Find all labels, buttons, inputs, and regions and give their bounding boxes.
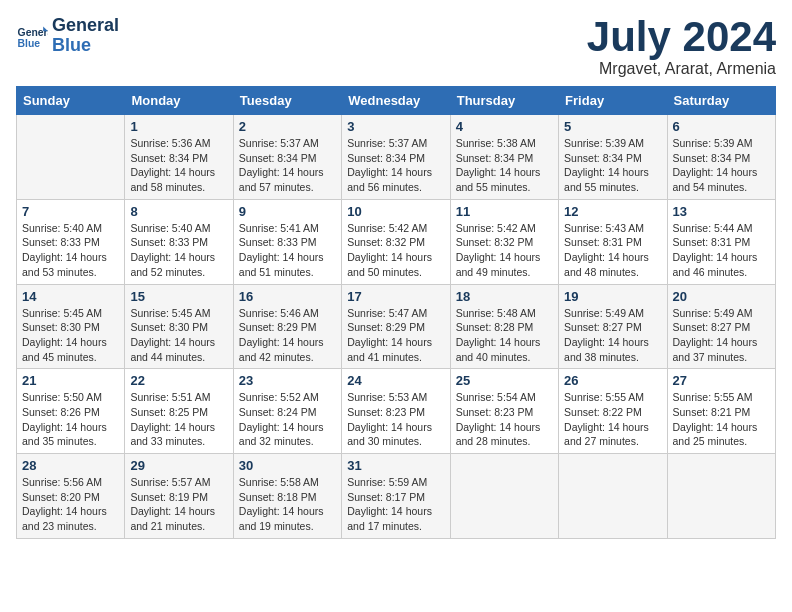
day-number: 3 <box>347 119 444 134</box>
day-cell: 14Sunrise: 5:45 AM Sunset: 8:30 PM Dayli… <box>17 284 125 369</box>
day-info: Sunrise: 5:42 AM Sunset: 8:32 PM Dayligh… <box>456 221 553 280</box>
day-cell: 21Sunrise: 5:50 AM Sunset: 8:26 PM Dayli… <box>17 369 125 454</box>
day-number: 27 <box>673 373 770 388</box>
day-info: Sunrise: 5:39 AM Sunset: 8:34 PM Dayligh… <box>673 136 770 195</box>
day-cell: 26Sunrise: 5:55 AM Sunset: 8:22 PM Dayli… <box>559 369 667 454</box>
day-info: Sunrise: 5:40 AM Sunset: 8:33 PM Dayligh… <box>130 221 227 280</box>
day-info: Sunrise: 5:44 AM Sunset: 8:31 PM Dayligh… <box>673 221 770 280</box>
day-number: 10 <box>347 204 444 219</box>
month-title: July 2024 <box>587 16 776 58</box>
week-row-2: 14Sunrise: 5:45 AM Sunset: 8:30 PM Dayli… <box>17 284 776 369</box>
day-number: 12 <box>564 204 661 219</box>
day-number: 1 <box>130 119 227 134</box>
day-cell: 18Sunrise: 5:48 AM Sunset: 8:28 PM Dayli… <box>450 284 558 369</box>
header-monday: Monday <box>125 87 233 115</box>
day-cell: 29Sunrise: 5:57 AM Sunset: 8:19 PM Dayli… <box>125 454 233 539</box>
day-number: 13 <box>673 204 770 219</box>
day-info: Sunrise: 5:46 AM Sunset: 8:29 PM Dayligh… <box>239 306 336 365</box>
header-sunday: Sunday <box>17 87 125 115</box>
week-row-3: 21Sunrise: 5:50 AM Sunset: 8:26 PM Dayli… <box>17 369 776 454</box>
day-cell: 23Sunrise: 5:52 AM Sunset: 8:24 PM Dayli… <box>233 369 341 454</box>
day-number: 19 <box>564 289 661 304</box>
day-info: Sunrise: 5:37 AM Sunset: 8:34 PM Dayligh… <box>239 136 336 195</box>
calendar-table: SundayMondayTuesdayWednesdayThursdayFrid… <box>16 86 776 539</box>
location-title: Mrgavet, Ararat, Armenia <box>587 60 776 78</box>
day-info: Sunrise: 5:54 AM Sunset: 8:23 PM Dayligh… <box>456 390 553 449</box>
header-tuesday: Tuesday <box>233 87 341 115</box>
day-info: Sunrise: 5:50 AM Sunset: 8:26 PM Dayligh… <box>22 390 119 449</box>
day-number: 9 <box>239 204 336 219</box>
day-cell: 19Sunrise: 5:49 AM Sunset: 8:27 PM Dayli… <box>559 284 667 369</box>
logo-icon: General Blue <box>16 20 48 52</box>
header-wednesday: Wednesday <box>342 87 450 115</box>
day-info: Sunrise: 5:57 AM Sunset: 8:19 PM Dayligh… <box>130 475 227 534</box>
day-number: 14 <box>22 289 119 304</box>
day-info: Sunrise: 5:45 AM Sunset: 8:30 PM Dayligh… <box>130 306 227 365</box>
day-number: 18 <box>456 289 553 304</box>
logo: General Blue General Blue <box>16 16 119 56</box>
day-info: Sunrise: 5:48 AM Sunset: 8:28 PM Dayligh… <box>456 306 553 365</box>
day-info: Sunrise: 5:47 AM Sunset: 8:29 PM Dayligh… <box>347 306 444 365</box>
day-number: 6 <box>673 119 770 134</box>
page-header: General Blue General Blue July 2024 Mrga… <box>16 16 776 78</box>
title-block: July 2024 Mrgavet, Ararat, Armenia <box>587 16 776 78</box>
day-info: Sunrise: 5:51 AM Sunset: 8:25 PM Dayligh… <box>130 390 227 449</box>
day-number: 28 <box>22 458 119 473</box>
day-number: 2 <box>239 119 336 134</box>
day-info: Sunrise: 5:59 AM Sunset: 8:17 PM Dayligh… <box>347 475 444 534</box>
day-number: 22 <box>130 373 227 388</box>
week-row-1: 7Sunrise: 5:40 AM Sunset: 8:33 PM Daylig… <box>17 199 776 284</box>
day-info: Sunrise: 5:56 AM Sunset: 8:20 PM Dayligh… <box>22 475 119 534</box>
day-cell: 17Sunrise: 5:47 AM Sunset: 8:29 PM Dayli… <box>342 284 450 369</box>
day-cell: 15Sunrise: 5:45 AM Sunset: 8:30 PM Dayli… <box>125 284 233 369</box>
day-cell <box>17 115 125 200</box>
day-info: Sunrise: 5:55 AM Sunset: 8:21 PM Dayligh… <box>673 390 770 449</box>
day-cell: 30Sunrise: 5:58 AM Sunset: 8:18 PM Dayli… <box>233 454 341 539</box>
day-cell: 27Sunrise: 5:55 AM Sunset: 8:21 PM Dayli… <box>667 369 775 454</box>
day-number: 24 <box>347 373 444 388</box>
day-info: Sunrise: 5:38 AM Sunset: 8:34 PM Dayligh… <box>456 136 553 195</box>
day-number: 4 <box>456 119 553 134</box>
day-cell: 1Sunrise: 5:36 AM Sunset: 8:34 PM Daylig… <box>125 115 233 200</box>
day-info: Sunrise: 5:43 AM Sunset: 8:31 PM Dayligh… <box>564 221 661 280</box>
day-cell: 2Sunrise: 5:37 AM Sunset: 8:34 PM Daylig… <box>233 115 341 200</box>
day-cell: 4Sunrise: 5:38 AM Sunset: 8:34 PM Daylig… <box>450 115 558 200</box>
day-cell: 5Sunrise: 5:39 AM Sunset: 8:34 PM Daylig… <box>559 115 667 200</box>
day-number: 25 <box>456 373 553 388</box>
day-number: 11 <box>456 204 553 219</box>
day-info: Sunrise: 5:55 AM Sunset: 8:22 PM Dayligh… <box>564 390 661 449</box>
day-number: 30 <box>239 458 336 473</box>
day-number: 17 <box>347 289 444 304</box>
day-cell: 3Sunrise: 5:37 AM Sunset: 8:34 PM Daylig… <box>342 115 450 200</box>
day-number: 8 <box>130 204 227 219</box>
day-number: 23 <box>239 373 336 388</box>
day-cell: 12Sunrise: 5:43 AM Sunset: 8:31 PM Dayli… <box>559 199 667 284</box>
day-cell <box>559 454 667 539</box>
day-cell: 16Sunrise: 5:46 AM Sunset: 8:29 PM Dayli… <box>233 284 341 369</box>
svg-text:Blue: Blue <box>18 38 41 49</box>
day-number: 26 <box>564 373 661 388</box>
day-number: 31 <box>347 458 444 473</box>
day-info: Sunrise: 5:40 AM Sunset: 8:33 PM Dayligh… <box>22 221 119 280</box>
day-number: 16 <box>239 289 336 304</box>
day-cell: 24Sunrise: 5:53 AM Sunset: 8:23 PM Dayli… <box>342 369 450 454</box>
week-row-4: 28Sunrise: 5:56 AM Sunset: 8:20 PM Dayli… <box>17 454 776 539</box>
day-info: Sunrise: 5:49 AM Sunset: 8:27 PM Dayligh… <box>564 306 661 365</box>
day-info: Sunrise: 5:42 AM Sunset: 8:32 PM Dayligh… <box>347 221 444 280</box>
day-cell: 9Sunrise: 5:41 AM Sunset: 8:33 PM Daylig… <box>233 199 341 284</box>
day-cell: 28Sunrise: 5:56 AM Sunset: 8:20 PM Dayli… <box>17 454 125 539</box>
calendar-header-row: SundayMondayTuesdayWednesdayThursdayFrid… <box>17 87 776 115</box>
header-friday: Friday <box>559 87 667 115</box>
day-info: Sunrise: 5:49 AM Sunset: 8:27 PM Dayligh… <box>673 306 770 365</box>
header-saturday: Saturday <box>667 87 775 115</box>
day-cell <box>667 454 775 539</box>
day-number: 15 <box>130 289 227 304</box>
header-thursday: Thursday <box>450 87 558 115</box>
day-info: Sunrise: 5:58 AM Sunset: 8:18 PM Dayligh… <box>239 475 336 534</box>
day-cell: 6Sunrise: 5:39 AM Sunset: 8:34 PM Daylig… <box>667 115 775 200</box>
day-number: 21 <box>22 373 119 388</box>
day-number: 20 <box>673 289 770 304</box>
logo-text: General Blue <box>52 16 119 56</box>
day-cell: 10Sunrise: 5:42 AM Sunset: 8:32 PM Dayli… <box>342 199 450 284</box>
day-number: 7 <box>22 204 119 219</box>
